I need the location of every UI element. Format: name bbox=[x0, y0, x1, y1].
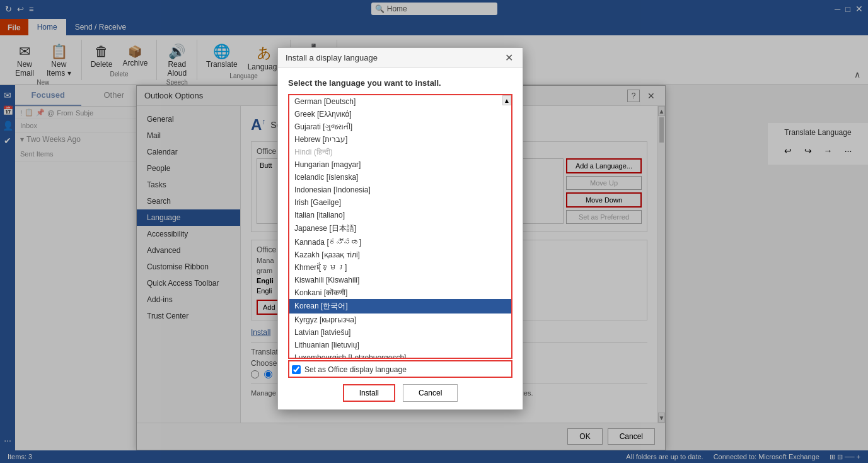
list-item-latvian[interactable]: Latvian [latviešu] bbox=[289, 326, 511, 339]
list-item-hebrew[interactable]: Hebrew [עברית] bbox=[289, 133, 511, 146]
dialog-title: Install a display language bbox=[286, 53, 378, 62]
dialog-action-buttons: Install Cancel bbox=[288, 378, 512, 404]
list-item-icelandic[interactable]: Icelandic [íslenska] bbox=[289, 171, 511, 184]
list-item-kyrgyz[interactable]: Kyrgyz [кыргызча] bbox=[289, 314, 511, 326]
list-item-hindi[interactable]: Hindi (हिन्दी) bbox=[289, 146, 511, 158]
list-item-luxembourgish[interactable]: Luxembourgish [Letzebuergesch] bbox=[289, 351, 511, 359]
list-item-indonesian[interactable]: Indonesian [Indonesia] bbox=[289, 184, 511, 196]
list-item-hungarian[interactable]: Hungarian [magyar] bbox=[289, 158, 511, 171]
list-item-greek[interactable]: Greek [Ελληνικά] bbox=[289, 108, 511, 120]
list-item-kazakh[interactable]: Kazakh [қазақ тілі] bbox=[289, 249, 511, 261]
list-item-gujarati[interactable]: Gujarati [ગુજરાતી] bbox=[289, 120, 511, 133]
list-item-konkani[interactable]: Konkani [कोंकणी] bbox=[289, 286, 511, 299]
list-item-korean[interactable]: Korean [한국어] bbox=[289, 299, 511, 314]
list-item-irish[interactable]: Irish [Gaeilge] bbox=[289, 196, 511, 209]
checkbox-row: Set as Office display language bbox=[288, 360, 512, 378]
install-button[interactable]: Install bbox=[343, 384, 395, 402]
list-item-khmer[interactable]: Khmer [ខ្មែរ] bbox=[289, 261, 511, 274]
list-item-kannada[interactable]: Kannada [ಕನ್ನಡ] bbox=[289, 236, 511, 249]
install-language-dialog: Install a display language ✕ Select the … bbox=[277, 47, 523, 410]
language-list-container: ▲ German [Deutsch] Greek [Ελληνικά] Guja… bbox=[288, 94, 512, 359]
lang-scroll-up[interactable]: ▲ bbox=[502, 95, 511, 105]
dialog-cancel-button[interactable]: Cancel bbox=[403, 384, 458, 402]
list-item-japanese[interactable]: Japanese [日本語] bbox=[289, 221, 511, 236]
dialog-close-button[interactable]: ✕ bbox=[502, 52, 515, 64]
set-office-display-language-checkbox[interactable] bbox=[292, 365, 301, 374]
checkbox-label: Set as Office display language bbox=[304, 365, 407, 374]
dialog-titlebar: Install a display language ✕ bbox=[278, 48, 523, 68]
dialog-instruction: Select the language you want to install. bbox=[288, 78, 512, 88]
list-item-lithuanian[interactable]: Lithuanian [lietuvių] bbox=[289, 339, 511, 351]
list-item-german[interactable]: German [Deutsch] bbox=[289, 95, 511, 108]
dialog-body: Select the language you want to install.… bbox=[278, 68, 523, 409]
list-item-italian[interactable]: Italian [italiano] bbox=[289, 209, 511, 221]
list-item-kiswahili[interactable]: Kiswahili [Kiswahili] bbox=[289, 274, 511, 286]
